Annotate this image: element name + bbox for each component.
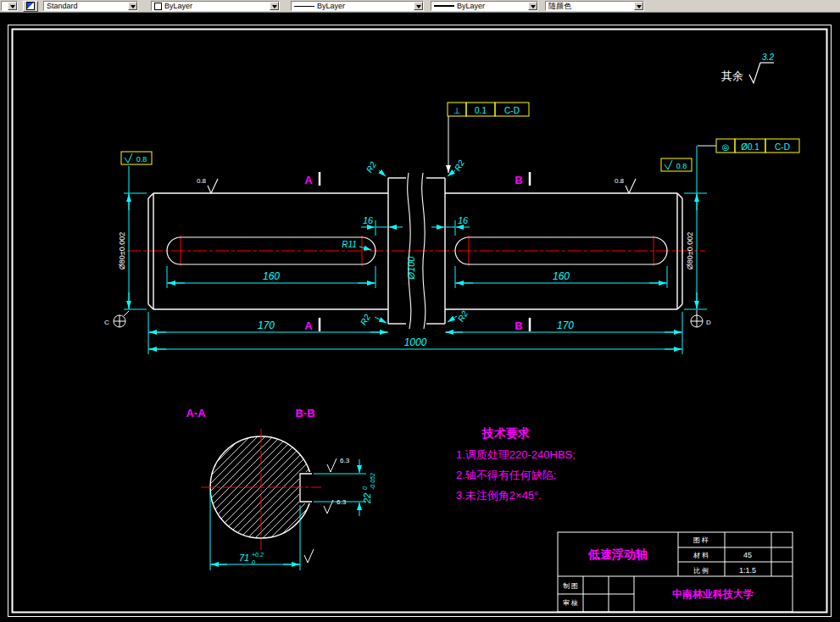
roughness-box-left-value: 0.8 (136, 155, 147, 164)
dim-text-mid-diameter: Ø100 (406, 256, 416, 280)
dim-text-journal-left: Ø80±0.002 (118, 232, 126, 269)
surface-note-value: 3.2 (762, 53, 774, 62)
color-combo[interactable]: ByLayer (151, 1, 280, 11)
svg-text:0: 0 (252, 559, 255, 565)
color-swatch-icon (154, 3, 162, 10)
fcf-side-datum: C-D (775, 142, 790, 152)
dim-text-r11: R11 (342, 240, 357, 249)
fcf-top-datum: C-D (504, 106, 520, 115)
svg-text:0: 0 (362, 486, 368, 490)
roughness-value: 0.8 (615, 177, 625, 185)
fcf-top-tolerance: 0.1 (475, 106, 487, 115)
text-style-combo[interactable]: Standard (43, 1, 138, 11)
lineweight-sample-icon (434, 5, 454, 7)
toolbar: Standard ByLayer ByLayer ByLayer 随颜色 (0, 0, 840, 13)
section-label-b-top: B (515, 174, 522, 186)
scale-value: 1:1.5 (739, 566, 756, 575)
drawing-canvas[interactable]: 16 16 160 160 170 170 1000 Ø100 Ø80±0.00… (0, 0, 840, 622)
style-manager-icon (26, 2, 35, 10)
roughness-value: 6.3 (340, 457, 350, 464)
text-style-value: Standard (44, 2, 128, 10)
chevron-down-icon[interactable] (8, 2, 17, 10)
fcf-side-tolerance: Ø0.1 (741, 142, 759, 152)
svg-text:71: 71 (239, 553, 249, 563)
dim-text-journal-right: Ø80±0.002 (686, 232, 694, 269)
chevron-down-icon[interactable] (634, 2, 643, 10)
chevron-down-icon[interactable] (270, 2, 279, 10)
linetype-combo[interactable]: ByLayer (291, 1, 424, 11)
dim-text-16-right: 16 (458, 215, 469, 225)
style-manager-button[interactable] (23, 1, 38, 12)
svg-text:-0.052: -0.052 (370, 473, 375, 490)
tech-req-title: 技术要求 (481, 426, 530, 440)
dim-text-1000: 1000 (404, 336, 427, 348)
chevron-down-icon[interactable] (128, 2, 137, 10)
chevron-down-icon[interactable] (528, 2, 537, 10)
datum-letter-c: C (104, 319, 109, 326)
surface-note-prefix: 其余 (721, 69, 743, 82)
material-value: 45 (743, 551, 752, 559)
linetype-value: ByLayer (314, 2, 414, 10)
scale-label: 比 例 (693, 567, 709, 575)
tech-req-item-2: 2.轴不得有任何缺陷; (456, 469, 556, 481)
dim-text-16-left: 16 (363, 215, 374, 225)
dim-text-170-right: 170 (557, 319, 574, 331)
roughness-value: 6.3 (337, 498, 347, 506)
fcf-top-symbol: ⊥ (453, 106, 461, 115)
datum-letter-d: D (706, 319, 711, 326)
color-value: ByLayer (162, 2, 270, 10)
tech-req-item-1: 1.调质处理220-240HBS; (456, 448, 576, 461)
tech-req-item-3: 3.未注倒角2×45°. (456, 489, 542, 502)
linetype-sample-icon (294, 6, 314, 7)
checker-label: 审 核 (563, 599, 578, 607)
plot-style-value: 随颜色 (546, 2, 634, 10)
section-label-b-bottom: B (515, 319, 522, 332)
dim-text-160-left: 160 (263, 270, 280, 282)
lineweight-value: ByLayer (454, 2, 528, 10)
lineweight-combo[interactable]: ByLayer (431, 1, 538, 11)
section-label-a-top: A (304, 174, 313, 186)
roughness-value: 0.8 (197, 177, 207, 185)
roughness-box-right-value: 0.8 (676, 162, 687, 170)
fcf-side-symbol: ◎ (722, 142, 730, 152)
school-name: 中南林业科技大学 (672, 588, 754, 600)
section-label-a-bottom: A (304, 319, 313, 332)
material-label: 材 料 (693, 552, 709, 559)
chevron-down-icon[interactable] (414, 2, 423, 10)
svg-text:22: 22 (362, 493, 372, 504)
dim-text-170-left: 170 (258, 319, 275, 331)
part-name: 低速浮动轴 (587, 547, 648, 561)
section-title-aa: A-A (186, 407, 206, 419)
section-title-bb: B-B (295, 407, 314, 419)
toolbar-combo-stub[interactable] (1, 1, 18, 11)
title-block-row1-label: 图 样 (693, 536, 709, 544)
svg-text:+0.2: +0.2 (252, 552, 264, 558)
maker-label: 制 图 (563, 582, 578, 590)
plot-style-combo[interactable]: 随颜色 (545, 1, 644, 11)
dim-text-160-right: 160 (553, 270, 570, 282)
canvas-background (0, 0, 840, 622)
